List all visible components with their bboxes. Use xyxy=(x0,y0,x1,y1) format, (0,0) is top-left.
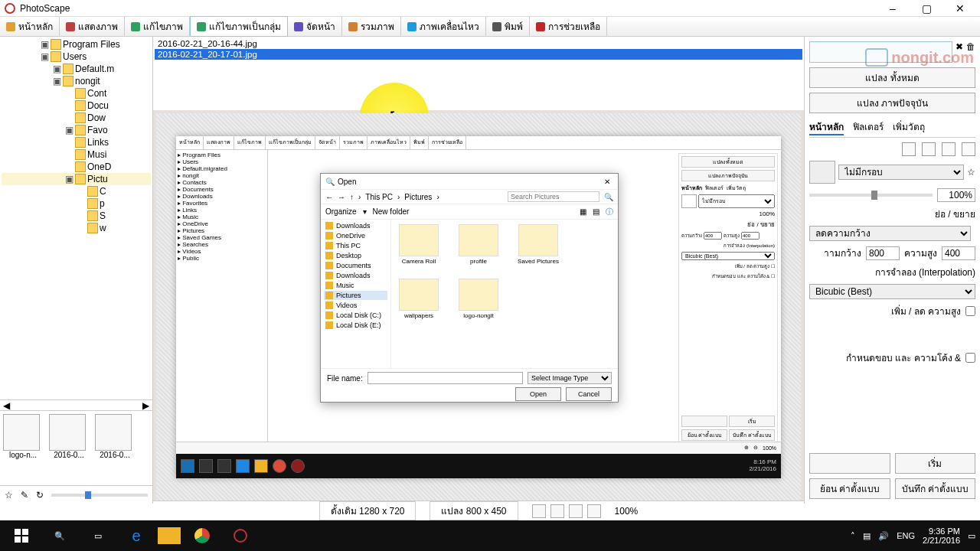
side-Downloads[interactable]: Downloads xyxy=(324,271,387,280)
toolbar-รวมภาพ[interactable]: รวมภาพ xyxy=(342,17,401,36)
folder-Saved Pictures[interactable]: Saved Pictures xyxy=(515,224,561,265)
side-Downloads[interactable]: Downloads xyxy=(324,221,387,230)
tree-Docu[interactable]: Docu xyxy=(2,99,151,112)
tree-Links[interactable]: Links xyxy=(2,136,151,148)
nav-up[interactable]: ↑ xyxy=(350,193,354,201)
resize-mode-select[interactable]: ลดความกว้าง xyxy=(809,226,971,241)
breadcrumb-thispc[interactable]: This PC xyxy=(365,193,393,201)
undo-preset-button[interactable]: ย้อน ค่าตั้งแบบ xyxy=(809,478,890,499)
tree-Pictu[interactable]: ▣Pictu xyxy=(2,173,151,185)
side-Desktop[interactable]: Desktop xyxy=(324,251,387,260)
zoom-value[interactable] xyxy=(937,188,975,202)
tree-Program Files[interactable]: ▣Program Files xyxy=(2,38,151,51)
actual-icon[interactable] xyxy=(550,504,564,518)
thumb-2016-0...[interactable]: 2016-0... xyxy=(95,414,135,482)
side-OneDrive[interactable]: OneDrive xyxy=(324,231,387,240)
filter-select[interactable]: Select Image Type xyxy=(528,372,612,384)
toolbar-พิมพ์[interactable]: พิมพ์ xyxy=(486,17,530,36)
folder-tree[interactable]: ▣Program Files▣Users▣Default.m▣nongitCon… xyxy=(0,37,152,399)
tray-notif-icon[interactable]: ▭ xyxy=(968,531,975,541)
view-list-icon[interactable]: ▤ xyxy=(593,207,599,216)
photoscape-task-icon[interactable] xyxy=(224,523,257,548)
folder-Camera Roll[interactable]: Camera Roll xyxy=(396,224,442,265)
filename-input[interactable] xyxy=(368,372,523,384)
side-Documents[interactable]: Documents xyxy=(324,261,387,270)
help-icon[interactable]: ⓘ xyxy=(606,207,613,217)
thumb-size-slider[interactable] xyxy=(51,494,148,497)
toolbar-จัดหน้า[interactable]: จัดหน้า xyxy=(288,17,342,36)
dialog-icon-view[interactable]: Camera RollprofileSaved Pictureswallpape… xyxy=(391,220,618,368)
refresh-icon[interactable]: ↻ xyxy=(36,490,44,500)
thumb-logo-n...[interactable]: logo-n... xyxy=(3,414,43,482)
interp-select[interactable]: Bicubic (Best) xyxy=(809,284,975,299)
taskview-icon[interactable]: ▭ xyxy=(81,523,115,548)
undo-icon[interactable] xyxy=(902,142,916,156)
nav-fwd[interactable]: → xyxy=(338,193,345,201)
folder-wallpapers[interactable]: wallpapers xyxy=(396,279,442,319)
zoom-slider[interactable] xyxy=(809,194,933,197)
search-task-icon[interactable]: 🔍 xyxy=(43,523,77,548)
start-button[interactable]: เริ่ม xyxy=(895,453,976,474)
chrome-icon[interactable] xyxy=(185,523,219,548)
folder-profile[interactable]: profile xyxy=(456,224,501,265)
thumb-2016-0...[interactable]: 2016-0... xyxy=(49,414,89,482)
tab-home[interactable]: หน้าหลัก xyxy=(809,119,844,135)
fav-frame-icon[interactable]: ☆ xyxy=(967,167,975,178)
view-icon[interactable]: ▦ xyxy=(580,207,586,216)
window-maximize[interactable]: ▢ xyxy=(911,0,942,17)
tab-filter[interactable]: ฟิลเตอร์ xyxy=(853,119,884,135)
thumbnail-strip[interactable]: logo-n...2016-0...2016-0... xyxy=(0,410,152,485)
right-tabs[interactable]: หน้าหลัก ฟิลเตอร์ เพิ่มวัตถุ xyxy=(809,118,975,138)
side-Local Disk (C:)[interactable]: Local Disk (C:) xyxy=(324,311,387,320)
trash-icon[interactable]: 🗑 xyxy=(966,41,975,63)
zoomin-icon[interactable] xyxy=(569,504,583,518)
taskbar[interactable]: 🔍 ▭ e ˄ ▤ 🔊 ENG 9:36 PM2/21/2016 ▭ xyxy=(0,520,980,551)
tree-C[interactable]: C xyxy=(2,185,151,197)
breadcrumb-folder[interactable]: Pictures xyxy=(404,193,432,201)
dialog-close[interactable]: ✕ xyxy=(601,178,613,186)
crop-icon[interactable] xyxy=(962,142,975,156)
window-minimize[interactable]: – xyxy=(877,0,908,17)
save-preset-button[interactable]: บันทึก ค่าตั้งแบบ xyxy=(895,478,976,499)
tab-objects[interactable]: เพิ่มวัตถุ xyxy=(893,119,925,135)
toolbar-แสดงภาพ[interactable]: แสดงภาพ xyxy=(60,17,125,36)
tree-Favo[interactable]: ▣Favo xyxy=(2,124,151,136)
tray-lang[interactable]: ENG xyxy=(897,531,915,540)
side-Pictures[interactable]: Pictures xyxy=(324,291,387,300)
file-list[interactable]: 2016-02-21_20-16-44.jpg2016-02-21_20-17-… xyxy=(153,37,804,110)
dialog-sidebar[interactable]: DownloadsOneDriveThis PCDesktopDocuments… xyxy=(321,220,391,368)
toolbar-การช่วยเหลือ[interactable]: การช่วยเหลือ xyxy=(530,17,607,36)
side-Music[interactable]: Music xyxy=(324,281,387,290)
search-input[interactable] xyxy=(508,191,599,202)
window-close[interactable]: ✕ xyxy=(945,0,975,17)
width-input[interactable] xyxy=(866,246,900,260)
tag-icon[interactable]: ✎ xyxy=(21,490,28,500)
folder-logo-nongit[interactable]: logo-nongit xyxy=(456,279,501,319)
explorer-icon[interactable] xyxy=(158,527,181,544)
newfolder-button[interactable]: New folder xyxy=(373,207,410,216)
start-button-win[interactable] xyxy=(5,523,38,548)
aspect-checkbox[interactable] xyxy=(965,306,975,316)
side-Local Disk (E:)[interactable]: Local Disk (E:) xyxy=(324,321,387,330)
toolbar-แก้ไขภาพ[interactable]: แก้ไขภาพ xyxy=(125,17,190,36)
round-checkbox[interactable] xyxy=(965,353,975,363)
tree-Musi[interactable]: Musi xyxy=(2,148,151,161)
frame-select[interactable]: ไม่มีกรอบ xyxy=(838,165,964,180)
tree-OneD[interactable]: OneD xyxy=(2,161,151,173)
organize-menu[interactable]: Organize xyxy=(325,207,357,216)
tree-nongit[interactable]: ▣nongit xyxy=(2,75,151,87)
effect-icon[interactable] xyxy=(942,142,956,156)
tree-Default.m[interactable]: ▣Default.m xyxy=(2,63,151,75)
tray-vol-icon[interactable]: 🔊 xyxy=(878,531,889,541)
convert-all-button[interactable]: แปลง ทั้งหมด xyxy=(809,67,975,88)
tray-net-icon[interactable]: ▤ xyxy=(863,531,871,541)
redo-icon[interactable] xyxy=(922,142,936,156)
fit-icon[interactable] xyxy=(532,504,546,518)
toolbar-แก้ไขภาพเป็นกลุ่ม[interactable]: แก้ไขภาพเป็นกลุ่ม xyxy=(190,16,288,37)
tree-Users[interactable]: ▣Users xyxy=(2,51,151,63)
nav-back[interactable]: ← xyxy=(325,193,333,201)
side-This PC[interactable]: This PC xyxy=(324,241,387,250)
search-icon[interactable]: 🔍 xyxy=(604,193,613,201)
height-input[interactable] xyxy=(942,246,975,260)
delete-icon[interactable]: ✖ xyxy=(956,41,963,63)
